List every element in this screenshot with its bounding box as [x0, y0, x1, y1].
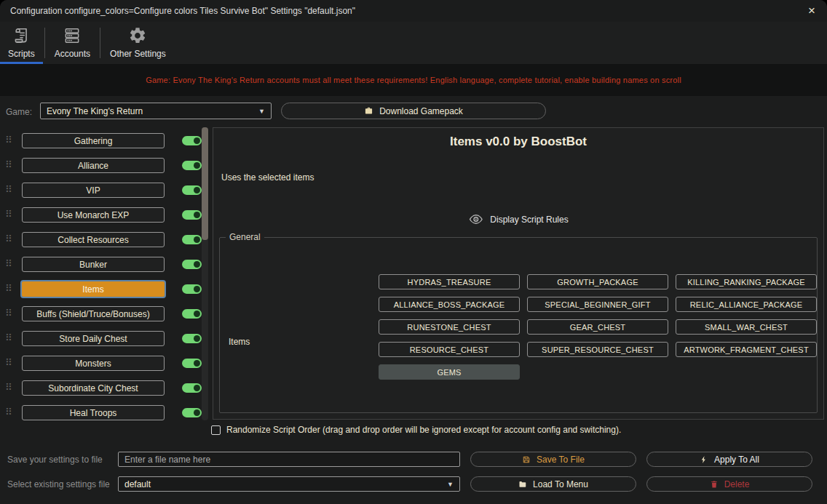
item-button-relic-alliance-package[interactable]: RELIC_ALLIANCE_PACKAGE [676, 297, 817, 312]
script-button-monsters[interactable]: Monsters [22, 356, 165, 371]
item-button-gems[interactable]: GEMS [379, 364, 520, 380]
script-row-use-monarch-exp: ⠿ Use Monarch EXP [0, 207, 201, 223]
tab-other-settings[interactable]: Other Settings [102, 22, 174, 64]
drag-handle-icon[interactable]: ⠿ [5, 259, 12, 268]
window-title: Configuration configure_colors=Configure… [10, 6, 355, 16]
script-button-bunker[interactable]: Bunker [22, 257, 165, 272]
drag-handle-icon[interactable]: ⠿ [5, 209, 12, 219]
script-button-heal-troops[interactable]: Heal Troops [22, 405, 165, 420]
items-field-label: Items [229, 337, 250, 347]
apply-to-all-label: Apply To All [714, 455, 759, 465]
requirements-warning: Game: Evony The King's Return accounts m… [146, 76, 681, 84]
toggle-knob [194, 311, 200, 317]
tab-accounts[interactable]: Accounts [47, 22, 98, 64]
trash-icon [710, 480, 719, 489]
drag-handle-icon[interactable]: ⠿ [5, 135, 12, 145]
lightning-icon [700, 455, 708, 464]
toggle-collect-resources[interactable] [182, 235, 202, 244]
script-button-alliance[interactable]: Alliance [22, 158, 165, 173]
settings-file-select[interactable]: default ▼ [118, 476, 460, 492]
delete-button[interactable]: Delete [646, 476, 812, 492]
briefcase-icon [364, 106, 373, 116]
chevron-down-icon: ▼ [258, 108, 265, 115]
script-button-collect-resources[interactable]: Collect Resources [22, 232, 165, 247]
drag-handle-icon[interactable]: ⠿ [5, 383, 12, 392]
toggle-monsters[interactable] [182, 359, 202, 368]
script-row-buffs: ⠿ Buffs (Shield/Truce/Bonuses) [0, 306, 201, 321]
script-button-gathering[interactable]: Gathering [22, 133, 165, 148]
toggle-subordinate-city-chest[interactable] [182, 383, 202, 393]
save-settings-label: Save your settings to file [7, 455, 103, 465]
drag-handle-icon[interactable]: ⠿ [5, 234, 12, 244]
item-button-runestone-chest[interactable]: RUNESTONE_CHEST [379, 319, 520, 335]
toggle-vip[interactable] [182, 185, 202, 195]
script-row-collect-resources: ⠿ Collect Resources [0, 232, 201, 247]
warning-strip: Game: Evony The King's Return accounts m… [0, 64, 827, 96]
tab-separator [100, 28, 100, 58]
script-row-items: ⠿ Items [0, 281, 201, 297]
item-button-gear-chest[interactable]: GEAR_CHEST [527, 319, 668, 335]
drag-handle-icon[interactable]: ⠿ [5, 333, 12, 343]
drag-handle-icon[interactable]: ⠿ [5, 160, 12, 169]
randomize-checkbox[interactable] [211, 425, 221, 435]
script-button-subordinate-city-chest[interactable]: Subordinate City Chest [22, 380, 165, 396]
toggle-store-daily-chest[interactable] [182, 334, 202, 343]
item-button-killing-ranking-package[interactable]: KILLING_RANKING_PACKAGE [676, 274, 817, 289]
item-button-super-resource-chest[interactable]: SUPER_RESOURCE_CHEST [527, 342, 668, 357]
drag-handle-icon[interactable]: ⠿ [5, 284, 12, 293]
file-name-input[interactable] [118, 452, 460, 467]
script-row-alliance: ⠿ Alliance [0, 158, 201, 173]
script-config-panel: Items v0.0 by BoostBot Uses the selected… [213, 127, 824, 420]
save-to-file-label: Save To File [537, 455, 585, 465]
settings-file-value: default [124, 479, 151, 489]
item-button-resource-chest[interactable]: RESOURCE_CHEST [379, 342, 520, 357]
drag-handle-icon[interactable]: ⠿ [5, 185, 12, 194]
item-button-small-war-chest[interactable]: SMALL_WAR_CHEST [676, 319, 817, 335]
toggle-buffs[interactable] [182, 309, 202, 319]
title-bar: Configuration configure_colors=Configure… [0, 0, 827, 22]
item-button-growth-package[interactable]: GROWTH_PACKAGE [527, 274, 668, 289]
tab-scripts[interactable]: Scripts [0, 22, 43, 64]
toggle-use-monarch-exp[interactable] [182, 210, 202, 220]
toggle-knob [194, 236, 200, 243]
toggle-gathering[interactable] [182, 136, 202, 145]
script-button-use-monarch-exp[interactable]: Use Monarch EXP [22, 207, 165, 223]
item-button-artwork-fragment-chest[interactable]: ARTWORK_FRAGMENT_CHEST [676, 342, 817, 357]
load-to-menu-button[interactable]: Load To Menu [470, 476, 636, 492]
sidebar-scrollbar[interactable] [202, 127, 208, 420]
general-groupbox: General Items HYDRAS_TREASURE GROWTH_PAC… [219, 232, 818, 413]
download-gamepack-button[interactable]: Download Gamepack [281, 103, 546, 119]
toggle-alliance[interactable] [182, 161, 202, 170]
script-button-store-daily-chest[interactable]: Store Daily Chest [22, 331, 165, 346]
drag-handle-icon[interactable]: ⠿ [5, 358, 12, 367]
item-button-grid: HYDRAS_TREASURE GROWTH_PACKAGE KILLING_R… [379, 274, 817, 380]
scroll-icon [12, 26, 31, 45]
display-script-rules[interactable]: Display Script Rules [468, 212, 568, 227]
drag-handle-icon[interactable]: ⠿ [5, 407, 12, 417]
server-icon [63, 26, 82, 45]
script-button-items[interactable]: Items [20, 280, 166, 298]
tab-accounts-label: Accounts [55, 49, 90, 59]
item-button-hydras-treasure[interactable]: HYDRAS_TREASURE [379, 274, 520, 289]
game-select[interactable]: Evony The King's Return ▼ [40, 103, 272, 119]
item-button-special-beginner-gift[interactable]: SPECIAL_BEGINNER_GIFT [527, 297, 668, 312]
game-label: Game: [6, 107, 32, 117]
panel-title: Items v0.0 by BoostBot [213, 135, 823, 149]
toggle-bunker[interactable] [182, 260, 202, 269]
script-row-store-daily-chest: ⠿ Store Daily Chest [0, 331, 201, 346]
save-to-file-button[interactable]: Save To File [470, 452, 636, 467]
script-button-vip[interactable]: VIP [22, 183, 165, 198]
script-row-subordinate-city-chest: ⠿ Subordinate City Chest [0, 380, 201, 396]
item-button-alliance-boss-package[interactable]: ALLIANCE_BOSS_PACKAGE [379, 297, 520, 312]
select-settings-label: Select existing settings file [7, 479, 110, 489]
general-groupbox-label: General [226, 232, 264, 242]
game-select-value: Evony The King's Return [47, 106, 143, 116]
toggle-items[interactable] [182, 284, 202, 294]
drag-handle-icon[interactable]: ⠿ [5, 308, 12, 318]
toggle-heal-troops[interactable] [182, 408, 202, 417]
toggle-knob [194, 212, 200, 218]
close-icon[interactable]: × [808, 3, 815, 19]
script-button-buffs[interactable]: Buffs (Shield/Truce/Bonuses) [22, 306, 165, 321]
scrollbar-thumb[interactable] [202, 127, 208, 240]
apply-to-all-button[interactable]: Apply To All [646, 452, 812, 467]
